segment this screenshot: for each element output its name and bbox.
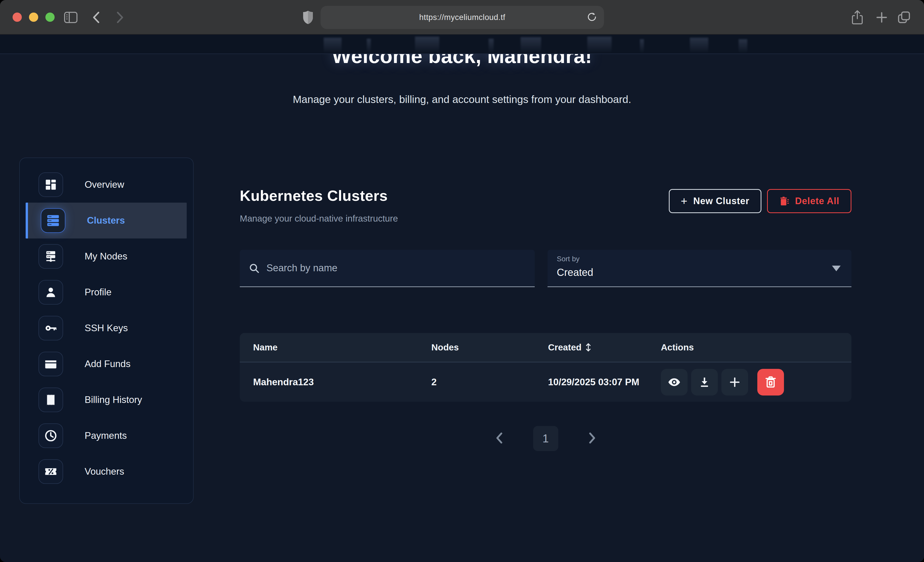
- new-tab-icon[interactable]: [875, 0, 888, 34]
- sidebar-item-label: SSH Keys: [85, 323, 128, 333]
- table-row: Mahendra123 2 10/29/2025 03:07 PM: [240, 362, 851, 402]
- delete-all-button[interactable]: Delete All: [767, 189, 851, 213]
- sidebar-toggle-icon[interactable]: [64, 0, 78, 34]
- cell-nodes-count: 2: [431, 377, 548, 387]
- sidebar-item-vouchers[interactable]: Vouchers: [20, 454, 193, 490]
- download-kubeconfig-button[interactable]: [691, 369, 718, 396]
- sidebar-nav: Overview Clusters My Nodes Profile: [19, 157, 194, 504]
- privacy-shield-icon[interactable]: [302, 0, 314, 34]
- top-navbar-overlay: [0, 34, 924, 54]
- person-icon: [39, 280, 63, 305]
- traffic-lights: [13, 13, 55, 22]
- share-icon[interactable]: [851, 0, 864, 34]
- sidebar-item-label: Clusters: [87, 215, 125, 226]
- column-header-name: Name: [253, 342, 431, 353]
- plus-icon: [729, 376, 741, 388]
- next-page-icon[interactable]: [586, 431, 598, 446]
- pagination: 1: [240, 426, 851, 451]
- eye-icon: [668, 375, 681, 389]
- dashboard-page: Welcome back, Mahendra! Manage your clus…: [0, 34, 924, 562]
- sidebar-item-clusters[interactable]: Clusters: [26, 203, 187, 239]
- download-icon: [698, 376, 711, 388]
- trash-icon: [779, 196, 789, 206]
- forward-button[interactable]: [114, 0, 126, 34]
- minimize-window-button[interactable]: [29, 13, 38, 22]
- sidebar-item-payments[interactable]: Payments: [20, 418, 193, 454]
- sidebar-item-label: Profile: [85, 287, 111, 297]
- sidebar-item-billing-history[interactable]: Billing History: [20, 382, 193, 418]
- column-header-nodes: Nodes: [431, 342, 548, 353]
- column-header-created[interactable]: Created: [548, 342, 661, 353]
- tab-overview-icon[interactable]: [897, 0, 911, 34]
- sidebar-item-label: Vouchers: [85, 466, 124, 477]
- zoom-window-button[interactable]: [45, 13, 55, 22]
- key-icon: [39, 316, 63, 341]
- ticket-icon: [39, 459, 63, 484]
- node-network-icon: [39, 244, 63, 269]
- sidebar-item-label: Payments: [85, 430, 127, 441]
- close-window-button[interactable]: [13, 13, 22, 22]
- plus-icon: +: [681, 195, 688, 208]
- previous-page-icon[interactable]: [494, 431, 505, 446]
- sidebar-item-label: Add Funds: [85, 359, 130, 369]
- cell-created-date: 10/29/2025 03:07 PM: [548, 377, 661, 387]
- search-input[interactable]: [267, 263, 526, 274]
- reload-icon[interactable]: [586, 12, 597, 23]
- chevron-down-icon: [832, 266, 841, 271]
- trash-icon: [764, 376, 777, 389]
- back-button[interactable]: [90, 0, 102, 34]
- sidebar-item-label: Overview: [85, 179, 124, 190]
- view-cluster-button[interactable]: [661, 369, 687, 396]
- sidebar-item-overview[interactable]: Overview: [20, 167, 193, 203]
- page-number-button[interactable]: 1: [533, 426, 558, 451]
- servers-icon: [41, 208, 65, 233]
- clock-icon: [39, 423, 63, 448]
- dashboard-icon: [39, 172, 63, 197]
- receipt-icon: [39, 387, 63, 412]
- column-header-actions: Actions: [661, 342, 851, 353]
- sort-label: Sort by: [557, 255, 851, 263]
- browser-toolbar: https://myceliumcloud.tf: [0, 0, 924, 34]
- credit-card-icon: [39, 352, 63, 376]
- url-text: https://myceliumcloud.tf: [419, 13, 506, 22]
- clusters-table: Name Nodes Created Actions Mahendra123 2…: [240, 333, 851, 402]
- delete-cluster-button[interactable]: [757, 369, 784, 396]
- browser-window: https://myceliumcloud.tf: [0, 0, 924, 562]
- row-actions: [661, 369, 851, 396]
- cell-cluster-name: Mahendra123: [253, 377, 431, 387]
- new-cluster-label: New Cluster: [693, 196, 749, 206]
- sidebar-item-my-nodes[interactable]: My Nodes: [20, 239, 193, 274]
- sidebar-item-label: Billing History: [85, 395, 142, 405]
- add-node-button[interactable]: [722, 369, 748, 396]
- sort-select[interactable]: Sort by Created: [548, 250, 851, 287]
- sidebar-item-label: My Nodes: [85, 251, 128, 262]
- sidebar-item-add-funds[interactable]: Add Funds: [20, 346, 193, 382]
- sidebar-item-profile[interactable]: Profile: [20, 274, 193, 310]
- search-icon: [249, 263, 260, 274]
- welcome-subtitle: Manage your clusters, billing, and accou…: [0, 94, 924, 106]
- page-subtitle: Manage your cloud-native infrastructure: [240, 214, 851, 224]
- sort-value: Created: [557, 267, 851, 278]
- address-bar[interactable]: https://myceliumcloud.tf: [321, 6, 604, 29]
- table-header-row: Name Nodes Created Actions: [240, 333, 851, 362]
- delete-all-label: Delete All: [795, 196, 839, 206]
- sidebar-item-ssh-keys[interactable]: SSH Keys: [20, 310, 193, 346]
- sort-updown-icon: [585, 343, 592, 352]
- new-cluster-button[interactable]: + New Cluster: [669, 189, 762, 213]
- search-field[interactable]: [240, 250, 535, 287]
